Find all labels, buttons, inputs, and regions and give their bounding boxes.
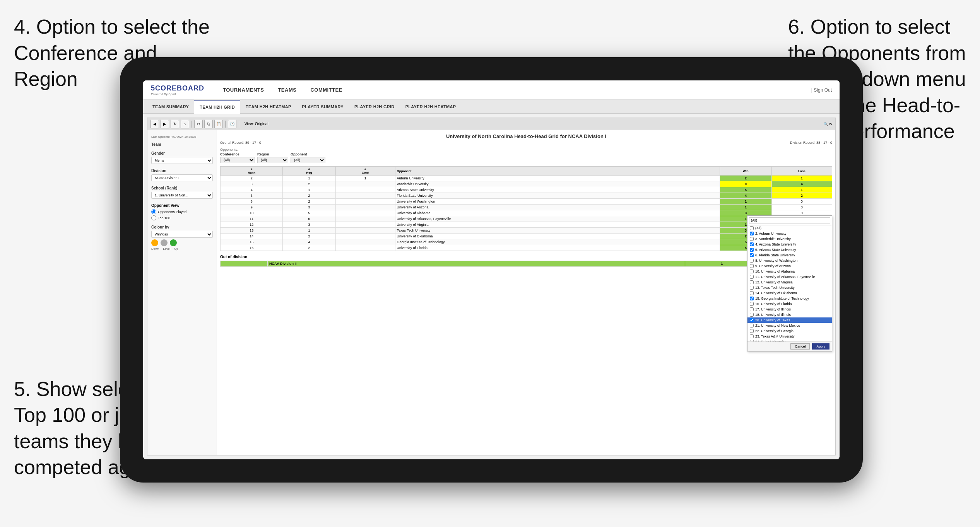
table-row: 82 University of Washington 10 (221, 199, 832, 205)
dropdown-item-14[interactable]: 14. University of Oklahoma (747, 290, 832, 296)
last-updated: Last Updated: 4/1/2024 16:55:38 (151, 135, 213, 138)
nav-sign-out[interactable]: | Sign Out (811, 87, 832, 93)
colour-by-label: Colour by (151, 225, 213, 229)
report-toolbar: ◀ ▶ ↻ ⌂ ✂ ⎘ 📋 🕐 View: Original 🔍 W (147, 118, 835, 130)
dropdown-item-3[interactable]: 3. Vanderbilt University (747, 236, 832, 242)
toolbar-sep-3 (239, 121, 239, 128)
school-select[interactable]: 1. University of Nort... (151, 192, 213, 199)
opponent-dropdown[interactable]: (All) 2. Auburn University 3. Vanderbilt… (747, 215, 832, 351)
gender-select[interactable]: Men's (151, 157, 213, 164)
dropdown-item-22[interactable]: 22. University of Georgia (747, 328, 832, 334)
region-label: Region (257, 152, 288, 156)
opponent-col: Opponent (All) (291, 152, 325, 163)
opponent-select[interactable]: (All) (291, 157, 325, 163)
dropdown-item-23[interactable]: 23. Texas A&M University (747, 334, 832, 339)
nav-committee[interactable]: COMMITTEE (303, 80, 349, 100)
radio-top-100[interactable]: Top 100 (151, 215, 213, 220)
dropdown-item-9[interactable]: 9. University of Arizona (747, 263, 832, 269)
tablet: 5COREBOARD Powered By Sport TOURNAMENTS … (120, 57, 863, 483)
out-of-division: Out of division NCAA Division II 1 0 (220, 255, 832, 267)
level-label: Level (163, 247, 170, 251)
dropdown-search (747, 216, 832, 225)
dropdown-item-5[interactable]: 5. Arizona State University (747, 247, 832, 252)
toolbar-refresh[interactable]: ↻ (171, 120, 179, 128)
opponent-view-section: Opponent View Opponents Played Top 100 (151, 203, 213, 220)
conference-filter: Opponents: Conference (All) (220, 148, 325, 163)
level-dot (161, 239, 168, 246)
overall-record: Overall Record: 89 - 17 - 0 (220, 141, 261, 145)
data-table: #Rank #Reg #Conf Opponent Win Loss (220, 166, 832, 251)
main-content: ◀ ▶ ↻ ⌂ ✂ ⎘ 📋 🕐 View: Original 🔍 W (143, 114, 840, 459)
dropdown-item-11[interactable]: 11. University of Arkansas, Fayetteville (747, 274, 832, 280)
table-row: 211 Auburn University 21 (221, 176, 832, 181)
report-body: Last Updated: 4/1/2024 16:55:38 Team Gen… (147, 130, 835, 455)
opponent-view-label: Opponent View (151, 203, 213, 208)
radio-opponents-played[interactable]: Opponents Played (151, 209, 213, 214)
opponents-label: Opponents: (220, 148, 325, 152)
toolbar-forward[interactable]: ▶ (161, 120, 169, 128)
grid-panel: University of North Carolina Head-to-Hea… (217, 130, 835, 455)
gender-label: Gender (151, 151, 213, 155)
conference-select[interactable]: (All) (220, 157, 255, 163)
dropdown-item-8[interactable]: 8. University of Washington (747, 258, 832, 263)
table-row: 123 University of Virginia 10 (221, 222, 832, 228)
report-panel: ◀ ▶ ↻ ⌂ ✂ ⎘ 📋 🕐 View: Original 🔍 W (147, 118, 836, 455)
region-select[interactable]: (All) (257, 157, 288, 163)
dropdown-item-20[interactable]: 20. University of Texas (747, 317, 832, 323)
division-record: Division Record: 88 - 17 - 0 (790, 141, 832, 145)
sub-nav-team-h2h-heatmap[interactable]: TEAM H2H HEATMAP (240, 100, 297, 114)
col-win: Win (720, 167, 771, 176)
opponent-filter-label: Opponent (291, 152, 325, 156)
up-dot (170, 239, 177, 246)
dropdown-footer: Cancel Apply (747, 341, 832, 351)
table-row: 41 Arizona State University 51 (221, 187, 832, 193)
table-row: 93 University of Arizona 10 (221, 205, 832, 210)
sub-nav-team-h2h-grid[interactable]: TEAM H2H GRID (194, 100, 240, 114)
toolbar-cut[interactable]: ✂ (194, 120, 203, 128)
down-label: Down (151, 247, 159, 251)
table-row: 131 Texas Tech University 30 (221, 228, 832, 234)
cancel-button[interactable]: Cancel (790, 343, 810, 350)
down-dot (151, 239, 158, 246)
toolbar-copy[interactable]: ⎘ (204, 120, 213, 128)
toolbar-paste[interactable]: 📋 (214, 120, 223, 128)
table-row: 154 Georgia Institute of Technology 51 (221, 239, 832, 245)
filter-row: Opponents: Conference (All) (220, 148, 832, 163)
dropdown-item-21[interactable]: 21. University of New Mexico (747, 323, 832, 328)
sub-nav: TEAM SUMMARY TEAM H2H GRID TEAM H2H HEAT… (143, 100, 840, 114)
ncaa-div-row: NCAA Division II 1 0 (221, 261, 832, 267)
dropdown-item-13[interactable]: 13. Texas Tech University (747, 285, 832, 290)
dropdown-item-all[interactable]: (All) (747, 225, 832, 231)
dropdown-item-4[interactable]: 4. Arizona State University (747, 242, 832, 247)
dropdown-item-18[interactable]: 18. University of Illinois (747, 312, 832, 317)
toolbar-back[interactable]: ◀ (151, 120, 159, 128)
nav-items: TOURNAMENTS TEAMS COMMITTEE (216, 80, 811, 100)
team-filter-section: Team (151, 142, 213, 147)
apply-button[interactable]: Apply (812, 343, 829, 350)
sub-nav-player-summary[interactable]: PLAYER SUMMARY (297, 100, 349, 114)
division-select[interactable]: NCAA Division I (151, 174, 213, 181)
zoom-label: 🔍 W (824, 122, 832, 126)
dropdown-item-16[interactable]: 16. University of Florida (747, 301, 832, 307)
sub-nav-player-h2h-heatmap[interactable]: PLAYER H2H HEATMAP (400, 100, 462, 114)
nav-teams[interactable]: TEAMS (271, 80, 303, 100)
dropdown-item-10[interactable]: 10. University of Alabama (747, 269, 832, 274)
dropdown-search-input[interactable] (749, 217, 830, 223)
colour-by-select[interactable]: Win/loss (151, 231, 213, 238)
toolbar-home[interactable]: ⌂ (181, 120, 189, 128)
logo-text: 5COREBOARD (151, 84, 204, 92)
dropdown-item-17[interactable]: 17. University of Illinois (747, 307, 832, 312)
conference-col: Conference (All) (220, 152, 255, 163)
nav-tournaments[interactable]: TOURNAMENTS (216, 80, 271, 100)
sub-nav-team-summary[interactable]: TEAM SUMMARY (147, 100, 194, 114)
dropdown-item-2[interactable]: 2. Auburn University (747, 231, 832, 236)
dropdown-item-12[interactable]: 12. University of Virginia (747, 280, 832, 285)
ncaa-div-name: NCAA Division II (267, 261, 685, 267)
dropdown-item-6[interactable]: 6. Florida State University (747, 252, 832, 258)
dropdown-item-15[interactable]: 15. Georgia Institute of Technology (747, 296, 832, 301)
sub-nav-player-h2h-grid[interactable]: PLAYER H2H GRID (349, 100, 400, 114)
filter-panel: Last Updated: 4/1/2024 16:55:38 Team Gen… (147, 130, 217, 455)
report-records: Overall Record: 89 - 17 - 0 Division Rec… (220, 141, 832, 145)
conference-label: Conference (220, 152, 255, 156)
toolbar-clock[interactable]: 🕐 (228, 120, 236, 128)
